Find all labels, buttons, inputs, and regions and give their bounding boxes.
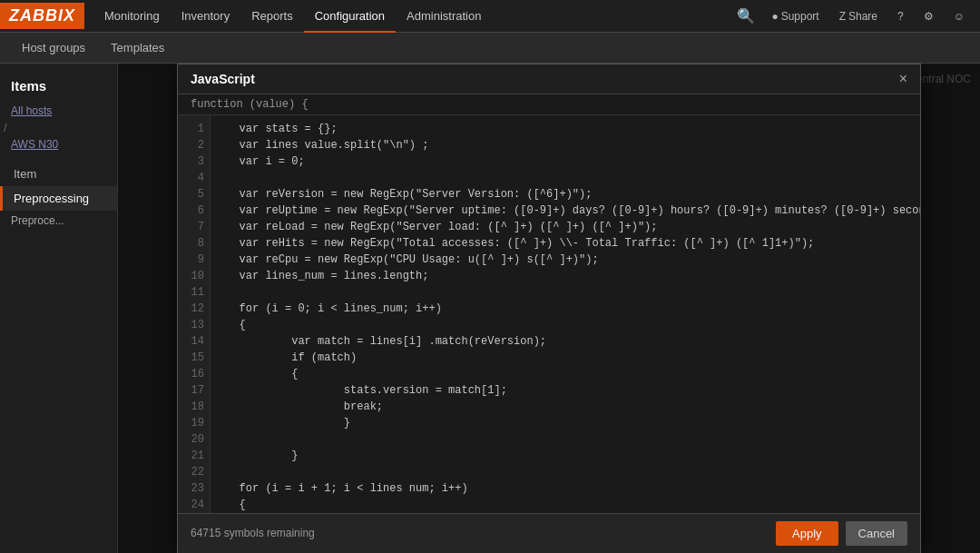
sidebar-sub-item: Preproce... [0,211,117,231]
code-line: var match = lines[i] .match(reVersion); [220,333,920,350]
code-line: if (match) [220,350,920,366]
code-line: var reHits = new RegExp("Total accesses:… [220,235,920,252]
modal-close-button[interactable]: × [899,72,907,86]
search-icon[interactable]: 🔍 [732,4,760,29]
gear-icon: ⚙ [924,10,934,23]
support-button[interactable]: ● Support [763,5,827,27]
modal-footer: 64715 symbols remaining Apply Cancel [178,513,920,553]
modal-actions: Apply Cancel [776,521,907,546]
sidebar: Items All hosts / AWS N30 Item Preproces… [0,64,118,553]
code-line: var lines value.split("\n") ; [220,137,920,153]
code-line: var reLoad = new RegExp("Server load: ([… [220,219,920,235]
settings-button[interactable]: ⚙ [916,5,942,27]
code-line [220,464,920,480]
code-lines[interactable]: var stats = {}; var lines value.split("\… [211,115,920,513]
code-line: var reUptime = new RegExp("Server uptime… [220,202,920,219]
share-button[interactable]: Z Share [831,5,886,27]
nav-right-actions: 🔍 ● Support Z Share ? ⚙ ☺ [732,4,980,29]
modal-title: JavaScript [191,72,255,86]
cancel-button[interactable]: Cancel [846,521,907,546]
code-line [220,431,920,448]
support-icon: ● [771,10,778,23]
code-line: var reVersion = new RegExp("Server Versi… [220,186,920,202]
sidebar-title: Items [0,71,117,101]
code-line: stats.version = match[1]; [220,382,920,399]
nav-reports[interactable]: Reports [240,0,304,33]
code-line: var stats = {}; [220,121,920,137]
code-line: for (i = i + 1; i < lines num; i++) [220,480,920,497]
code-line: { [220,497,920,513]
secondary-navbar: Host groups Templates [0,33,980,64]
nav-configuration[interactable]: Configuration [304,0,396,33]
code-line: var i = 0; [220,153,920,170]
code-line: } [220,415,920,431]
apply-button[interactable]: Apply [776,521,838,546]
code-line [220,170,920,186]
code-line: { [220,366,920,382]
help-button[interactable]: ? [889,5,912,27]
sidebar-all-hosts[interactable]: All hosts [0,101,117,121]
subnav-templates[interactable]: Templates [98,33,177,64]
code-line: { [220,317,920,333]
symbols-remaining: 64715 symbols remaining [191,527,315,539]
app-logo[interactable]: ZABBIX [0,3,84,29]
code-line: var reCpu = new RegExp("CPU Usage: u([^ … [220,252,920,268]
sidebar-tabs: Item Preprocessing Preproce... [0,154,117,231]
user-icon: ☺ [954,10,965,23]
top-navbar: ZABBIX Monitoring Inventory Reports Conf… [0,0,980,33]
javascript-modal: JavaScript × function (value) { 1 2 3 4 … [177,64,921,553]
sidebar-tab-preprocessing[interactable]: Preprocessing [0,186,117,211]
nav-inventory[interactable]: Inventory [171,0,240,33]
nav-monitoring[interactable]: Monitoring [93,0,171,33]
code-line [220,284,920,301]
sidebar-tab-item[interactable]: Item [0,162,117,186]
line-numbers: 1 2 3 4 5 6 7 8 9 10 11 12 13 14 [178,115,211,513]
code-line: } [220,448,920,464]
sidebar-aws-n30[interactable]: AWS N30 [0,134,117,154]
modal-subtitle: function (value) { [178,94,920,115]
code-line: for (i = 0; i < lines_num; i++) [220,301,920,317]
user-button[interactable]: ☺ [946,5,973,27]
subnav-host-groups[interactable]: Host groups [9,33,98,64]
modal-header: JavaScript × [178,64,920,94]
nav-administration[interactable]: Administration [396,0,492,33]
modal-overlay: JavaScript × function (value) { 1 2 3 4 … [118,64,980,553]
code-line: var lines_num = lines.length; [220,268,920,284]
share-icon: Z [839,10,846,23]
code-editor[interactable]: 1 2 3 4 5 6 7 8 9 10 11 12 13 14 [178,115,920,513]
code-line: break; [220,399,920,415]
page-layout: Items All hosts / AWS N30 Item Preproces… [0,64,980,553]
main-content: Central NOC JavaScript × function (value… [118,64,980,553]
